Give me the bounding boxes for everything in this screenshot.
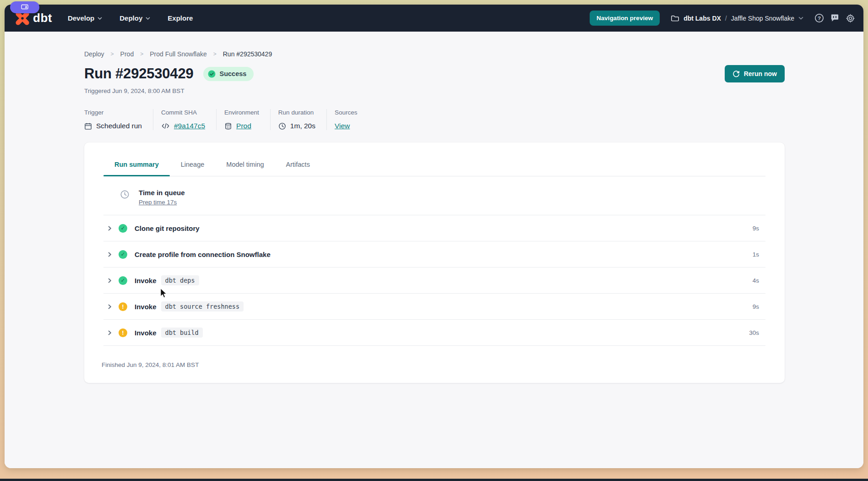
breadcrumb-deploy[interactable]: Deploy [84, 50, 104, 58]
step-row-dbt-deps[interactable]: Invoke dbt deps 4s [103, 268, 765, 294]
step-command: dbt source freshness [161, 301, 244, 312]
meta-trigger: Trigger Scheduled run [84, 109, 153, 130]
breadcrumb-separator: > [213, 51, 217, 57]
step-row-create-profile[interactable]: Create profile from connection Snowflake… [103, 241, 765, 268]
step-duration: 1s [753, 251, 759, 258]
svg-text:?: ? [818, 16, 821, 21]
time-in-queue-block: Time in queue Prep time 17s [103, 176, 765, 215]
step-duration: 4s [753, 277, 759, 284]
top-navbar: dbt Develop Deploy Explore Navigation pr… [5, 5, 863, 32]
check-circle-icon [208, 70, 216, 78]
meta-label: Environment [224, 109, 259, 116]
breadcrumb-prod[interactable]: Prod [120, 50, 134, 58]
tab-lineage[interactable]: Lineage [170, 161, 216, 176]
chevron-right-icon[interactable] [107, 278, 113, 284]
nav-item-deploy[interactable]: Deploy [119, 14, 150, 22]
bottom-edge-strip [0, 479, 868, 481]
navigation-preview-button[interactable]: Navigation preview [590, 11, 660, 26]
step-command: dbt deps [161, 275, 199, 285]
commit-sha-link[interactable]: #9a147c5 [174, 122, 205, 130]
tab-bar: Run summary Lineage Model timing Artifac… [103, 161, 765, 176]
meta-label: Trigger [84, 109, 142, 116]
code-icon [161, 123, 170, 129]
navbar-right: Navigation preview dbt Labs DX / Jaffle … [590, 11, 855, 26]
account-separator: / [725, 15, 727, 22]
meta-commit-sha: Commit SHA #9a147c5 [161, 109, 217, 130]
meta-run-duration: Run duration 1m, 20s [278, 109, 327, 130]
step-name: Create profile from connection Snowflake [135, 251, 271, 258]
nav-item-explore[interactable]: Explore [168, 14, 193, 22]
sources-view-link[interactable]: View [335, 122, 350, 130]
run-detail-page: Deploy > Prod > Prod Full Snowflake > Ru… [5, 32, 863, 468]
tab-artifacts[interactable]: Artifacts [275, 161, 321, 176]
environment-link[interactable]: Prod [236, 122, 251, 130]
step-status-icon [119, 224, 127, 233]
meta-label: Run duration [278, 109, 315, 116]
chevron-down-icon [798, 16, 803, 20]
chevron-down-icon [98, 17, 102, 20]
step-name: Clone git repository [135, 224, 200, 232]
step-row-dbt-build[interactable]: Invoke dbt build 30s [103, 320, 765, 346]
calendar-icon [84, 122, 92, 130]
step-name: Invoke [135, 303, 157, 311]
account-project-selector[interactable]: dbt Labs DX / Jaffle Shop Snowflake [671, 15, 803, 22]
navbar-icons: ? [814, 13, 855, 23]
screen-share-badge[interactable] [10, 1, 39, 13]
chevron-down-icon [146, 17, 150, 20]
breadcrumb: Deploy > Prod > Prod Full Snowflake > Ru… [84, 32, 785, 58]
rerun-icon [732, 70, 740, 77]
chevron-right-icon[interactable] [107, 251, 113, 257]
chevron-right-icon[interactable] [107, 304, 113, 310]
breadcrumb-separator: > [111, 51, 114, 57]
nav-menu: Develop Deploy Explore [68, 14, 193, 22]
breadcrumb-job[interactable]: Prod Full Snowflake [150, 50, 207, 58]
meta-value-text: Scheduled run [96, 122, 142, 130]
help-icon[interactable]: ? [814, 13, 824, 23]
account-name: dbt Labs DX [684, 15, 721, 22]
step-row-clone-git[interactable]: Clone git repository 9s [103, 215, 765, 241]
settings-icon[interactable] [846, 13, 855, 23]
screen-share-icon [21, 4, 28, 11]
triggered-timestamp: Triggered Jun 9, 2024, 8:00 AM BST [84, 87, 785, 94]
rerun-now-button[interactable]: Rerun now [725, 65, 785, 82]
step-duration: 9s [753, 303, 759, 310]
meta-sources: Sources View [335, 109, 369, 130]
queue-title: Time in queue [139, 189, 185, 197]
finished-timestamp: Finished Jun 9, 2024, 8:01 AM BST [102, 361, 765, 368]
step-status-icon [119, 328, 127, 337]
step-row-dbt-source-freshness[interactable]: Invoke dbt source freshness 9s [103, 294, 765, 320]
feedback-icon[interactable] [830, 13, 840, 23]
app-window: dbt Develop Deploy Explore Navigation pr… [5, 5, 863, 468]
folder-icon [671, 15, 679, 22]
tab-model-timing[interactable]: Model timing [215, 161, 275, 176]
meta-label: Sources [335, 109, 358, 116]
status-badge: Success [203, 67, 254, 81]
step-status-icon [119, 302, 127, 311]
breadcrumb-run: Run #292530429 [223, 50, 272, 58]
tab-run-summary[interactable]: Run summary [103, 161, 170, 176]
step-duration: 9s [753, 225, 759, 232]
chevron-right-icon[interactable] [107, 330, 113, 336]
step-duration: 30s [749, 329, 759, 336]
run-summary-card: Run summary Lineage Model timing Artifac… [84, 142, 785, 383]
clock-icon [120, 190, 130, 199]
status-badge-label: Success [219, 70, 246, 77]
nav-item-develop[interactable]: Develop [68, 14, 102, 22]
page-title: Run #292530429 [84, 66, 193, 82]
step-name: Invoke [135, 277, 157, 284]
run-meta-row: Trigger Scheduled run Commit SHA [84, 109, 785, 130]
meta-environment: Environment Prod [224, 109, 271, 130]
clock-icon [278, 122, 286, 130]
step-status-icon [119, 250, 127, 259]
breadcrumb-separator: > [140, 51, 143, 57]
project-name: Jaffle Shop Snowflake [731, 15, 794, 22]
chevron-right-icon[interactable] [107, 225, 113, 231]
step-status-icon [119, 276, 127, 285]
meta-label: Commit SHA [161, 109, 205, 116]
environment-icon [224, 122, 232, 130]
step-name: Invoke [135, 329, 157, 337]
meta-value-text: 1m, 20s [290, 122, 315, 130]
prep-time-link[interactable]: Prep time 17s [139, 199, 177, 206]
step-command: dbt build [161, 328, 203, 338]
dbt-logo-text: dbt [33, 11, 52, 25]
